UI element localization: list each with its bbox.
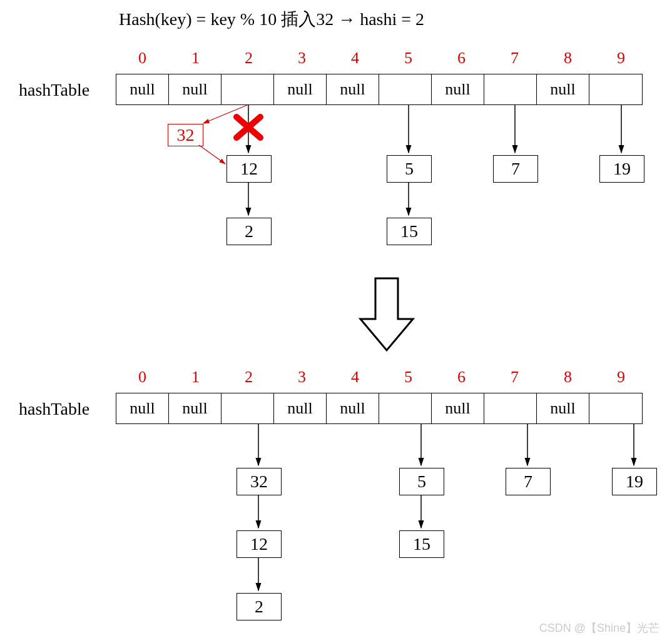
bucket	[589, 393, 642, 423]
index-label: 2	[222, 368, 275, 387]
chain-node: 7	[493, 155, 538, 183]
chain-node: 12	[227, 155, 272, 183]
svg-line-9	[237, 117, 260, 138]
bucket: null	[432, 393, 484, 423]
index-label: 6	[435, 49, 488, 68]
index-label: 0	[116, 368, 169, 387]
index-label: 0	[116, 49, 169, 68]
index-label: 7	[488, 368, 541, 387]
bucket	[484, 74, 537, 104]
bucket: null	[274, 74, 327, 104]
svg-line-7	[199, 145, 225, 164]
chain-node: 32	[237, 468, 282, 495]
bucket: null	[327, 393, 379, 423]
chain-node: 7	[506, 468, 551, 495]
index-label: 1	[169, 49, 222, 68]
hash-formula: Hash(key) = key % 10 插入32 → hashi = 2	[119, 8, 424, 31]
chain-node: 2	[237, 593, 282, 620]
index-label: 5	[382, 49, 435, 68]
bucket	[379, 74, 432, 104]
bucket	[221, 393, 274, 423]
index-label: 8	[541, 49, 594, 68]
watermark: CSDN @【Shine】光芒	[539, 620, 659, 635]
bucket: null	[274, 393, 327, 423]
bucket	[379, 393, 432, 423]
index-label: 9	[594, 368, 648, 387]
x-icon	[237, 117, 260, 138]
index-label: 3	[275, 368, 328, 387]
chain-node: 5	[399, 468, 444, 495]
chain-node: 2	[227, 218, 272, 245]
index-row-1: 0 1 2 3 4 5 6 7 8 9	[116, 49, 648, 68]
hash-table-2: null null null null null null	[116, 393, 643, 424]
chain-node: 15	[387, 218, 432, 245]
down-arrow-icon	[360, 278, 413, 350]
bucket: null	[537, 74, 589, 104]
chain-node: 19	[599, 155, 644, 183]
index-label: 3	[275, 49, 328, 68]
bucket: null	[432, 74, 484, 104]
chain-node: 12	[237, 530, 282, 558]
insert-node-32: 32	[168, 124, 203, 146]
hashtable-label-1: hashTable	[19, 80, 89, 100]
index-label: 4	[328, 49, 382, 68]
svg-line-8	[237, 117, 260, 138]
index-label: 9	[594, 49, 648, 68]
chain-node: 19	[612, 468, 657, 495]
bucket: null	[169, 393, 221, 423]
hash-table-1: null null null null null null	[116, 74, 643, 105]
bucket: null	[116, 74, 169, 104]
bucket	[221, 74, 274, 104]
index-label: 6	[435, 368, 488, 387]
index-label: 8	[541, 368, 594, 387]
bucket: null	[116, 393, 169, 423]
bucket: null	[169, 74, 221, 104]
index-label: 7	[488, 49, 541, 68]
bucket	[589, 74, 642, 104]
index-label: 5	[382, 368, 435, 387]
bucket	[484, 393, 537, 423]
bucket: null	[537, 393, 589, 423]
chain-node: 5	[387, 155, 432, 183]
bucket: null	[327, 74, 379, 104]
chain-node: 15	[399, 530, 444, 558]
index-row-2: 0 1 2 3 4 5 6 7 8 9	[116, 368, 648, 387]
hashtable-label-2: hashTable	[19, 399, 89, 419]
index-label: 2	[222, 49, 275, 68]
index-label: 1	[169, 368, 222, 387]
index-label: 4	[328, 368, 382, 387]
svg-line-6	[203, 105, 247, 123]
